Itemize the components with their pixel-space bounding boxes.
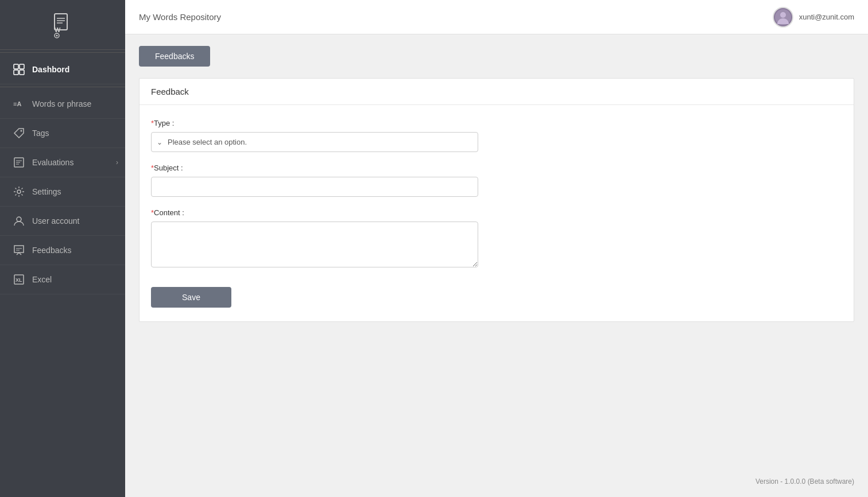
svg-rect-5 xyxy=(20,64,24,69)
page-title: My Words Repository xyxy=(139,12,221,22)
sidebar-item-dashboard-label: Dashbord xyxy=(32,65,69,74)
subject-label: *Subject : xyxy=(151,164,842,172)
type-field-group: *Type : ⌄ Please select an option. xyxy=(151,119,842,152)
main-content: My Words Repository xunti@zunit.com Feed… xyxy=(125,0,868,497)
sidebar-item-tags-label: Tags xyxy=(32,129,49,138)
svg-rect-6 xyxy=(14,70,18,75)
content-label: *Content : xyxy=(151,208,842,217)
card-body: *Type : ⌄ Please select an option. *Subj… xyxy=(140,105,854,321)
sidebar-item-feedbacks-label: Feedbacks xyxy=(32,246,71,255)
type-label: *Type : xyxy=(151,119,842,127)
sidebar-item-excel[interactable]: XL Excel xyxy=(0,265,125,294)
evaluations-icon xyxy=(13,156,25,169)
sidebar-item-user-account-label: User account xyxy=(32,216,79,226)
content-textarea[interactable] xyxy=(151,222,478,267)
content-area: Feedbacks Feedback *Type : ⌄ Please sele… xyxy=(125,34,868,466)
user-email: xunti@zunit.com xyxy=(799,13,854,21)
sidebar-item-tags[interactable]: Tags xyxy=(0,119,125,148)
feedbacks-button[interactable]: Feedbacks xyxy=(139,46,210,67)
header: My Words Repository xunti@zunit.com xyxy=(125,0,868,34)
type-select-wrapper: ⌄ Please select an option. xyxy=(151,132,478,152)
feedback-card: Feedback *Type : ⌄ Please select an opti… xyxy=(139,78,854,322)
words-icon: ≡A xyxy=(13,98,25,110)
footer: Version - 1.0.0.0 (Beta software) xyxy=(125,466,868,497)
sidebar-item-settings-label: Settings xyxy=(32,187,61,196)
excel-icon: XL xyxy=(13,273,25,286)
svg-text:≡A: ≡A xyxy=(13,100,21,107)
settings-icon xyxy=(13,185,25,198)
dashboard-icon xyxy=(13,63,25,76)
svg-text:W: W xyxy=(55,26,61,33)
sidebar-logo: W xyxy=(0,0,125,50)
svg-point-12 xyxy=(17,217,21,222)
sidebar-item-evaluations[interactable]: Evaluations › xyxy=(0,148,125,177)
type-select[interactable]: Please select an option. xyxy=(151,132,478,152)
sidebar-item-settings[interactable]: Settings xyxy=(0,177,125,207)
app-logo: W xyxy=(49,11,76,39)
save-button[interactable]: Save xyxy=(151,287,231,308)
sidebar-item-evaluations-label: Evaluations xyxy=(32,158,73,167)
card-title: Feedback xyxy=(140,79,854,105)
sidebar-item-feedbacks[interactable]: Feedbacks xyxy=(0,236,125,265)
svg-rect-7 xyxy=(20,70,24,75)
user-info: xunti@zunit.com xyxy=(773,7,854,28)
sidebar: W Dashbord ≡A xyxy=(0,0,125,497)
sidebar-navigation: Dashbord ≡A Words or phrase Tags xyxy=(0,50,125,497)
svg-point-3 xyxy=(56,35,58,37)
svg-text:XL: XL xyxy=(16,277,22,283)
sidebar-item-words[interactable]: ≡A Words or phrase xyxy=(0,90,125,119)
sidebar-item-excel-label: Excel xyxy=(32,275,52,284)
feedbacks-icon xyxy=(13,244,25,257)
sidebar-item-dashboard[interactable]: Dashbord xyxy=(0,55,125,84)
svg-point-9 xyxy=(21,130,22,132)
user-icon xyxy=(13,215,25,227)
tags-icon xyxy=(13,127,25,139)
version-text: Version - 1.0.0.0 (Beta software) xyxy=(755,477,854,486)
subject-input[interactable] xyxy=(151,177,478,197)
action-bar: Feedbacks xyxy=(139,46,854,67)
avatar xyxy=(773,7,793,28)
sidebar-item-user-account[interactable]: User account xyxy=(0,207,125,236)
content-field-group: *Content : xyxy=(151,208,842,270)
subject-field-group: *Subject : xyxy=(151,164,842,197)
chevron-right-icon: › xyxy=(116,158,118,166)
sidebar-item-words-label: Words or phrase xyxy=(32,99,91,108)
svg-point-11 xyxy=(17,190,21,193)
svg-rect-4 xyxy=(14,64,18,69)
svg-point-16 xyxy=(780,12,786,18)
